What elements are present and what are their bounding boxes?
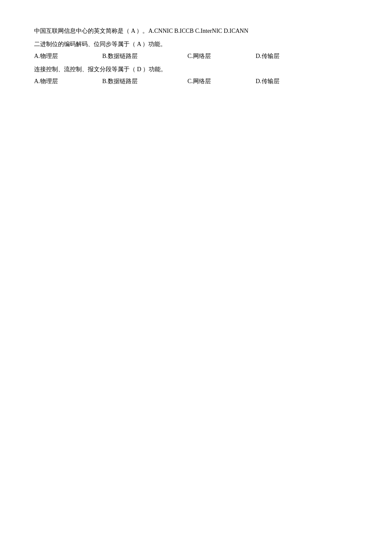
q3-option-a: A.物理层 bbox=[34, 76, 102, 87]
question-2-options: A.物理层 B.数据链路层 C.网络层 D.传输层 bbox=[34, 51, 358, 62]
page-content: 中国互联网信息中心的英文简称是（ A ）。A.CNNIC B.ICCB C.In… bbox=[0, 0, 392, 115]
q1-options-inline: A.CNNIC B.ICCB C.InterNIC D.ICANN bbox=[148, 28, 248, 34]
q2-option-d: D.传输层 bbox=[256, 51, 324, 62]
q2-content: 二进制位的编码解码、位同步等属于（ A ）功能。 bbox=[34, 41, 166, 47]
question-3-text: 连接控制、流控制、报文分段等属于（ D ）功能。 bbox=[34, 64, 358, 75]
q3-content: 连接控制、流控制、报文分段等属于（ D ）功能。 bbox=[34, 66, 167, 72]
question-1-text: 中国互联网信息中心的英文简称是（ A ）。A.CNNIC B.ICCB C.In… bbox=[34, 26, 358, 37]
q3-option-c: C.网络层 bbox=[187, 76, 256, 87]
q2-option-c: C.网络层 bbox=[187, 51, 256, 62]
question-2-block: 二进制位的编码解码、位同步等属于（ A ）功能。 A.物理层 B.数据链路层 C… bbox=[34, 39, 358, 62]
question-2-text: 二进制位的编码解码、位同步等属于（ A ）功能。 bbox=[34, 39, 358, 50]
question-3-options: A.物理层 B.数据链路层 C.网络层 D.传输层 bbox=[34, 76, 358, 87]
q3-option-d: D.传输层 bbox=[256, 76, 324, 87]
q2-option-a: A.物理层 bbox=[34, 51, 102, 62]
question-3-block: 连接控制、流控制、报文分段等属于（ D ）功能。 A.物理层 B.数据链路层 C… bbox=[34, 64, 358, 87]
q3-option-b: B.数据链路层 bbox=[102, 76, 187, 87]
q2-option-b: B.数据链路层 bbox=[102, 51, 187, 62]
q1-content: 中国互联网信息中心的英文简称是（ A ）。 bbox=[34, 28, 148, 34]
question-1-block: 中国互联网信息中心的英文简称是（ A ）。A.CNNIC B.ICCB C.In… bbox=[34, 26, 358, 37]
